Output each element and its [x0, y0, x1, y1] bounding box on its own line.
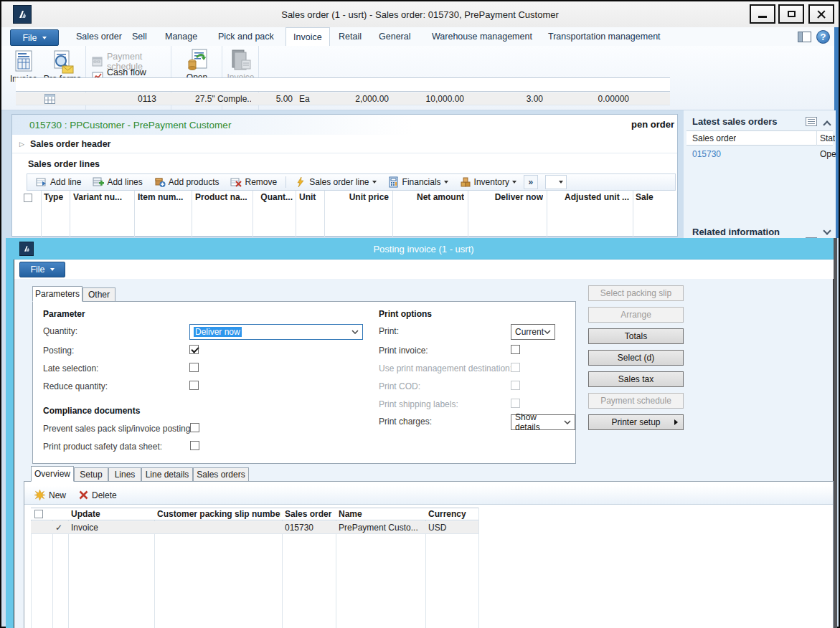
col-unit-price[interactable]: Unit price: [328, 192, 389, 202]
printer-setup-button[interactable]: Printer setup: [588, 414, 684, 430]
posting-checkbox[interactable]: [189, 345, 199, 354]
col-unit[interactable]: Unit: [299, 192, 322, 202]
col-currency[interactable]: Currency: [428, 509, 473, 519]
safety-sheet-checkbox[interactable]: [190, 441, 199, 450]
file-menu-label: File: [22, 33, 37, 43]
print-label: Print:: [379, 326, 399, 336]
cell-deliver-now[interactable]: 3.00: [471, 94, 543, 104]
tab-pick-and-pack[interactable]: Pick and pack: [211, 27, 281, 46]
late-selection-checkbox[interactable]: [189, 363, 199, 372]
print-invoice-checkbox[interactable]: [511, 345, 520, 354]
payment-schedule-icon: [92, 56, 103, 67]
col-packing-slip[interactable]: Customer packing slip number: [157, 509, 280, 519]
factbox-window-icon[interactable]: [806, 117, 817, 126]
cell-quantity[interactable]: 5.00: [254, 94, 293, 104]
tab-sell[interactable]: Sell: [125, 27, 154, 46]
sales-order-header-section[interactable]: ▷ Sales order header: [12, 135, 677, 153]
col-update[interactable]: Update: [71, 509, 154, 519]
tab-general[interactable]: General: [372, 27, 417, 46]
prevent-posting-checkbox[interactable]: [190, 423, 199, 432]
add-line-button[interactable]: Add line: [32, 176, 85, 188]
col-net-amount[interactable]: Net amount: [396, 192, 464, 202]
totals-button[interactable]: Totals: [588, 328, 684, 344]
tab-sales-orders[interactable]: Sales orders: [193, 467, 249, 482]
tab-retail[interactable]: Retail: [331, 27, 369, 46]
cell-product-name[interactable]: 27.5" Comple...: [195, 94, 251, 104]
select-all-checkbox[interactable]: [34, 510, 43, 518]
quantity-combobox[interactable]: Deliver now: [189, 324, 363, 340]
cell-net-amount[interactable]: 10,000.00: [396, 94, 464, 104]
file-menu-button[interactable]: File: [10, 29, 59, 46]
col-name[interactable]: Name: [339, 509, 425, 519]
chevron-down-icon: [372, 181, 377, 184]
factbox-order-link[interactable]: 015730: [692, 149, 721, 159]
collapse-chevron-icon[interactable]: [823, 120, 831, 128]
tab-overview[interactable]: Overview: [31, 466, 74, 482]
cell-currency[interactable]: USD: [428, 523, 473, 533]
sales-order-line-menu[interactable]: Sales order line: [291, 176, 380, 188]
cell-unit[interactable]: Ea: [299, 94, 322, 104]
latest-sales-orders-title: Latest sales orders: [692, 116, 778, 127]
payment-schedule-button: Payment schedule: [588, 393, 684, 409]
col-deliver-now[interactable]: Deliver now: [471, 192, 543, 202]
add-lines-button[interactable]: Add lines: [88, 176, 146, 188]
title-bar[interactable]: Sales order (1 - usrt) - Sales order: 01…: [1, 1, 839, 27]
cell-unit-price[interactable]: 2,000.00: [328, 94, 389, 104]
col-variant[interactable]: Variant nu...: [73, 192, 132, 202]
add-products-button[interactable]: Add products: [150, 176, 224, 188]
toolbar-dropdown[interactable]: [545, 175, 567, 189]
col-item[interactable]: Item num...: [138, 192, 189, 202]
tab-setup[interactable]: Setup: [74, 467, 108, 482]
tab-invoice[interactable]: Invoice: [285, 27, 330, 46]
inventory-menu[interactable]: Inventory: [456, 176, 521, 188]
chevron-down-icon: [544, 330, 551, 334]
tab-sales-order[interactable]: Sales order: [69, 27, 129, 46]
row-selected-check-icon: ✓: [55, 523, 67, 533]
col-product[interactable]: Product na...: [195, 192, 250, 202]
col-type[interactable]: Type: [44, 192, 68, 202]
minimize-button[interactable]: [750, 4, 775, 24]
tab-manage[interactable]: Manage: [158, 27, 204, 46]
cell-adjusted-unit[interactable]: 0.00000: [550, 94, 629, 104]
financials-menu[interactable]: Financials: [384, 176, 453, 188]
reduce-quantity-checkbox[interactable]: [189, 381, 199, 390]
add-lines-icon: [93, 176, 104, 188]
help-icon[interactable]: ?: [816, 30, 830, 44]
cell-name[interactable]: PrePayment Custo...: [339, 523, 425, 533]
tab-line-details[interactable]: Line details: [141, 467, 193, 482]
print-charges-select[interactable]: Show details: [511, 414, 575, 430]
layout-panel-icon[interactable]: [798, 32, 811, 42]
new-button[interactable]: New: [34, 490, 66, 500]
tab-warehouse-management[interactable]: Warehouse management: [425, 27, 539, 46]
tab-other[interactable]: Other: [82, 287, 115, 302]
factbox-col-status[interactable]: Stat: [820, 133, 835, 143]
cell-item-number[interactable]: 0113: [138, 94, 189, 104]
factbox-col-sales-order[interactable]: Sales order: [692, 133, 736, 143]
col-adjusted-unit[interactable]: Adjusted unit ...: [550, 192, 629, 202]
col-quantity[interactable]: Quant...: [254, 192, 293, 202]
maximize-button[interactable]: [778, 4, 804, 24]
remove-button[interactable]: Remove: [226, 176, 281, 188]
select-button[interactable]: Select (d): [588, 350, 684, 366]
tab-parameters[interactable]: Parameters: [32, 286, 82, 302]
expand-chevron-icon[interactable]: [823, 227, 831, 234]
cell-sales-order[interactable]: 015730: [285, 523, 335, 533]
toolbar-overflow-button[interactable]: »: [524, 175, 538, 189]
tab-transportation-management[interactable]: Transportation management: [541, 27, 668, 46]
dialog-title-bar[interactable]: Posting invoice (1 - usrt): [14, 238, 834, 260]
dialog-file-menu-button[interactable]: File: [19, 262, 65, 277]
col-sale[interactable]: Sale: [636, 192, 671, 202]
delete-button[interactable]: Delete: [79, 490, 117, 500]
sales-tax-button[interactable]: Sales tax: [588, 371, 684, 387]
cell-update[interactable]: Invoice: [71, 523, 154, 533]
print-select[interactable]: Current: [511, 324, 555, 340]
compliance-heading: Compliance documents: [43, 406, 140, 416]
tab-lines[interactable]: Lines: [108, 467, 141, 482]
reduce-quantity-label: Reduce quantity:: [43, 381, 108, 391]
col-sales-order[interactable]: Sales order: [285, 509, 335, 519]
dialog-file-strip: [14, 260, 834, 279]
record-header: 015730 : PPCustomer - PrePayment Custome…: [12, 115, 677, 135]
select-all-checkbox[interactable]: [24, 194, 32, 202]
close-button[interactable]: [808, 4, 834, 24]
expand-arrow-icon[interactable]: ▷: [19, 141, 24, 148]
